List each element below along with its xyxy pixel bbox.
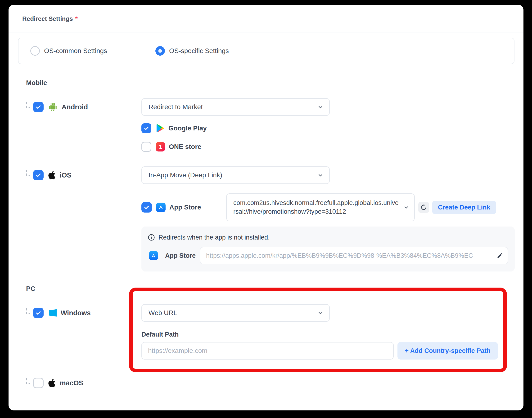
refresh-button[interactable]: [418, 202, 429, 213]
macos-label: macOS: [60, 379, 83, 387]
ios-action-select[interactable]: In-App Move (Deep Link): [141, 166, 330, 184]
one-store-row: 1 ONE store: [141, 142, 523, 152]
macos-label-group: macOS: [26, 374, 141, 392]
default-path-input[interactable]: [141, 342, 394, 360]
android-action-select[interactable]: Redirect to Market: [141, 98, 330, 116]
android-row: Android Redirect to Market: [26, 98, 515, 116]
one-store-checkbox[interactable]: [141, 142, 151, 152]
radio-os-specific[interactable]: OS-specific Settings: [155, 46, 229, 56]
checkmark-icon: [35, 310, 41, 316]
tree-branch-icon: [26, 170, 30, 176]
apple-icon: [48, 378, 56, 388]
annotation-red-box: [129, 288, 507, 372]
macos-row: macOS: [26, 374, 515, 392]
title-divider: [9, 32, 523, 33]
windows-action-select[interactable]: Web URL: [141, 304, 330, 322]
google-play-label: Google Play: [169, 125, 207, 132]
pc-section-heading: PC: [26, 285, 523, 293]
android-label-group: Android: [26, 98, 141, 116]
settings-mode-group: OS-common Settings OS-specific Settings: [18, 38, 514, 64]
google-play-checkbox[interactable]: [141, 123, 151, 133]
chevron-down-icon: [317, 309, 324, 316]
checkmark-icon: [144, 126, 149, 131]
fallback-url-value: https://apps.apple.com/kr/app/%EB%B9%9B%…: [206, 252, 473, 259]
fallback-url-field: https://apps.apple.com/kr/app/%EB%B9%9B%…: [200, 247, 508, 264]
windows-label: Windows: [61, 309, 91, 317]
radio-os-common[interactable]: OS-common Settings: [30, 46, 155, 56]
ios-label-group: iOS: [26, 166, 141, 184]
chevron-down-icon: [317, 172, 324, 179]
windows-icon: [48, 308, 57, 317]
radio-os-common-control[interactable]: [30, 46, 40, 56]
info-icon: [147, 234, 155, 241]
default-path-row: + Add Country-specific Path: [141, 342, 515, 360]
checkmark-icon: [144, 204, 150, 210]
tree-branch-icon: [26, 308, 30, 314]
windows-label-group: Windows: [26, 304, 141, 322]
fallback-url-row: App Store https://apps.apple.com/kr/app/…: [147, 247, 508, 264]
macos-checkbox[interactable]: [33, 378, 44, 388]
google-play-row: Google Play: [141, 123, 523, 133]
fallback-store-label: App Store: [165, 252, 196, 259]
required-asterisk: *: [75, 15, 78, 23]
create-deep-link-button[interactable]: Create Deep Link: [432, 201, 496, 214]
radio-os-specific-label: OS-specific Settings: [169, 47, 229, 55]
chevron-down-icon: [403, 204, 410, 211]
ios-label: iOS: [60, 171, 72, 179]
fallback-store-label-group: App Store: [147, 251, 200, 260]
refresh-icon: [420, 204, 427, 211]
apple-icon: [48, 170, 56, 180]
page-title: Redirect Settings *: [22, 15, 523, 23]
fallback-info-box: Redirects when the app is not installed.…: [141, 227, 515, 271]
mobile-section-heading: Mobile: [26, 79, 523, 87]
radio-os-specific-control[interactable]: [155, 46, 165, 56]
ios-row: iOS In-App Move (Deep Link): [26, 166, 515, 184]
default-path-label: Default Path: [141, 331, 515, 338]
android-label: Android: [61, 103, 88, 111]
app-store-icon: [149, 251, 158, 260]
add-country-specific-path-button[interactable]: + Add Country-specific Path: [398, 342, 498, 360]
windows-row: Windows Web URL Default Path + Add Count…: [26, 304, 515, 360]
windows-checkbox[interactable]: [33, 308, 44, 318]
app-store-icon: [156, 203, 166, 212]
fallback-note-line: Redirects when the app is not installed.: [147, 234, 508, 241]
windows-action-value: Web URL: [148, 309, 177, 317]
fallback-note-text: Redirects when the app is not installed.: [158, 234, 270, 241]
app-store-row: App Store com.com2us.hivesdk.normal.free…: [141, 193, 515, 221]
one-store-icon: 1: [156, 142, 165, 151]
radio-os-common-label: OS-common Settings: [44, 47, 107, 55]
windows-controls: Web URL Default Path + Add Country-speci…: [141, 304, 515, 360]
google-play-icon: [156, 124, 165, 133]
checkmark-icon: [35, 104, 41, 110]
deep-link-value: com.com2us.hivesdk.normal.freefull.apple…: [233, 198, 399, 216]
android-action-value: Redirect to Market: [148, 103, 203, 111]
tree-branch-icon: [26, 378, 30, 384]
ios-checkbox[interactable]: [33, 170, 44, 180]
ios-action-value: In-App Move (Deep Link): [148, 171, 222, 179]
edit-pencil-icon[interactable]: [497, 252, 503, 259]
page-title-text: Redirect Settings: [22, 15, 73, 23]
chevron-down-icon: [317, 104, 324, 111]
redirect-settings-card: Redirect Settings * OS-common Settings O…: [9, 5, 523, 410]
android-checkbox[interactable]: [33, 102, 44, 112]
deep-link-select[interactable]: com.com2us.hivesdk.normal.freefull.apple…: [226, 193, 415, 221]
one-store-label: ONE store: [169, 143, 201, 151]
app-store-label-group: App Store: [141, 202, 226, 213]
app-store-label: App Store: [169, 204, 201, 211]
checkmark-icon: [35, 172, 41, 178]
app-store-checkbox[interactable]: [141, 202, 152, 213]
tree-branch-icon: [26, 102, 30, 108]
android-icon: [48, 102, 58, 112]
